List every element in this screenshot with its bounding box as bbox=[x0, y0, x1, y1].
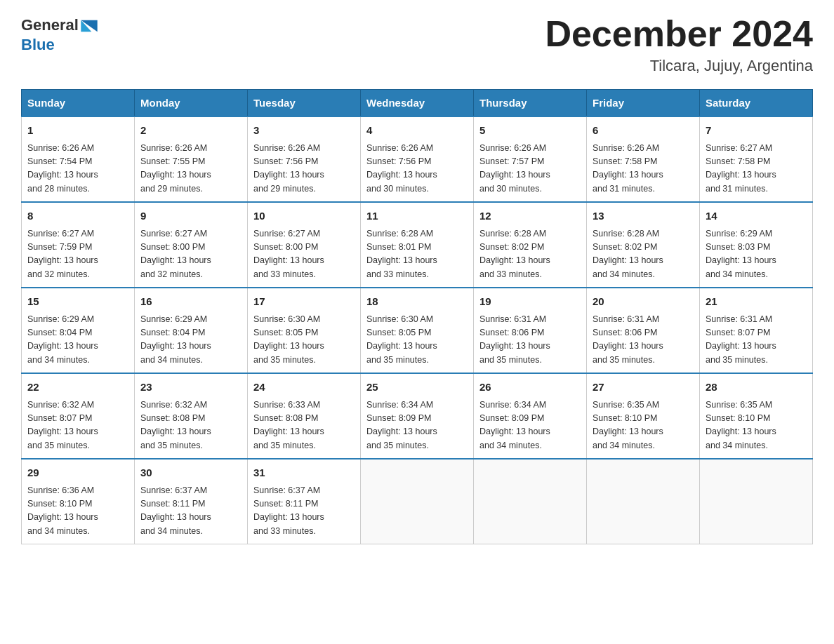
calendar-day-cell: 1Sunrise: 6:26 AMSunset: 7:54 PMDaylight… bbox=[22, 116, 135, 202]
weekday-header-monday: Monday bbox=[135, 90, 248, 117]
day-number: 23 bbox=[140, 380, 241, 396]
day-number: 19 bbox=[479, 294, 581, 310]
calendar-day-cell: 6Sunrise: 6:26 AMSunset: 7:58 PMDaylight… bbox=[587, 116, 700, 202]
weekday-header-tuesday: Tuesday bbox=[248, 90, 361, 117]
calendar-day-cell: 28Sunrise: 6:35 AMSunset: 8:10 PMDayligh… bbox=[700, 373, 813, 459]
calendar-day-cell: 16Sunrise: 6:29 AMSunset: 8:04 PMDayligh… bbox=[135, 288, 248, 373]
day-number: 1 bbox=[27, 123, 128, 139]
day-info: Sunrise: 6:37 AMSunset: 8:11 PMDaylight:… bbox=[253, 484, 355, 539]
day-number: 2 bbox=[140, 123, 241, 139]
day-number: 20 bbox=[593, 294, 694, 310]
day-info: Sunrise: 6:36 AMSunset: 8:10 PMDaylight:… bbox=[27, 484, 128, 539]
day-info: Sunrise: 6:31 AMSunset: 8:06 PMDaylight:… bbox=[593, 313, 694, 368]
day-number: 31 bbox=[253, 465, 355, 481]
title-block: December 2024 Tilcara, Jujuy, Argentina bbox=[545, 14, 813, 75]
day-number: 8 bbox=[27, 208, 128, 224]
day-info: Sunrise: 6:27 AMSunset: 7:58 PMDaylight:… bbox=[706, 142, 807, 196]
day-info: Sunrise: 6:29 AMSunset: 8:04 PMDaylight:… bbox=[140, 313, 241, 368]
calendar-day-cell: 29Sunrise: 6:36 AMSunset: 8:10 PMDayligh… bbox=[22, 459, 135, 544]
weekday-header-sunday: Sunday bbox=[22, 90, 135, 117]
day-info: Sunrise: 6:26 AMSunset: 7:56 PMDaylight:… bbox=[366, 142, 468, 196]
day-info: Sunrise: 6:29 AMSunset: 8:04 PMDaylight:… bbox=[27, 313, 128, 368]
day-number: 27 bbox=[593, 380, 694, 396]
day-number: 24 bbox=[253, 380, 355, 396]
day-info: Sunrise: 6:35 AMSunset: 8:10 PMDaylight:… bbox=[593, 398, 694, 453]
calendar-day-cell: 12Sunrise: 6:28 AMSunset: 8:02 PMDayligh… bbox=[474, 202, 587, 288]
weekday-header-row: SundayMondayTuesdayWednesdayThursdayFrid… bbox=[22, 90, 813, 117]
month-title: December 2024 bbox=[545, 14, 813, 54]
day-info: Sunrise: 6:33 AMSunset: 8:08 PMDaylight:… bbox=[253, 398, 355, 453]
calendar-day-cell: 26Sunrise: 6:34 AMSunset: 8:09 PMDayligh… bbox=[474, 373, 587, 459]
location-title: Tilcara, Jujuy, Argentina bbox=[545, 57, 813, 75]
calendar-day-cell: 5Sunrise: 6:26 AMSunset: 7:57 PMDaylight… bbox=[474, 116, 587, 202]
day-number: 14 bbox=[706, 208, 807, 224]
calendar-day-cell: 10Sunrise: 6:27 AMSunset: 8:00 PMDayligh… bbox=[248, 202, 361, 288]
calendar-day-cell: 31Sunrise: 6:37 AMSunset: 8:11 PMDayligh… bbox=[248, 459, 361, 544]
calendar-day-cell: 22Sunrise: 6:32 AMSunset: 8:07 PMDayligh… bbox=[22, 373, 135, 459]
calendar-week-row: 8Sunrise: 6:27 AMSunset: 7:59 PMDaylight… bbox=[22, 202, 813, 288]
calendar-day-cell: 2Sunrise: 6:26 AMSunset: 7:55 PMDaylight… bbox=[135, 116, 248, 202]
day-number: 4 bbox=[366, 123, 468, 139]
calendar-week-row: 29Sunrise: 6:36 AMSunset: 8:10 PMDayligh… bbox=[22, 459, 813, 544]
calendar-day-cell bbox=[361, 459, 474, 544]
calendar-table: SundayMondayTuesdayWednesdayThursdayFrid… bbox=[21, 89, 813, 544]
weekday-header-thursday: Thursday bbox=[474, 90, 587, 117]
day-info: Sunrise: 6:34 AMSunset: 8:09 PMDaylight:… bbox=[366, 398, 468, 453]
calendar-day-cell: 24Sunrise: 6:33 AMSunset: 8:08 PMDayligh… bbox=[248, 373, 361, 459]
day-number: 9 bbox=[140, 208, 241, 224]
day-number: 17 bbox=[253, 294, 355, 310]
day-info: Sunrise: 6:32 AMSunset: 8:07 PMDaylight:… bbox=[27, 398, 128, 453]
day-number: 22 bbox=[27, 380, 128, 396]
day-info: Sunrise: 6:26 AMSunset: 7:58 PMDaylight:… bbox=[593, 142, 694, 196]
calendar-day-cell: 20Sunrise: 6:31 AMSunset: 8:06 PMDayligh… bbox=[587, 288, 700, 373]
calendar-day-cell bbox=[587, 459, 700, 544]
day-number: 12 bbox=[479, 208, 581, 224]
weekday-header-saturday: Saturday bbox=[700, 90, 813, 117]
calendar-day-cell bbox=[474, 459, 587, 544]
day-info: Sunrise: 6:26 AMSunset: 7:54 PMDaylight:… bbox=[27, 142, 128, 196]
day-number: 29 bbox=[27, 465, 128, 481]
calendar-day-cell: 23Sunrise: 6:32 AMSunset: 8:08 PMDayligh… bbox=[135, 373, 248, 459]
day-info: Sunrise: 6:34 AMSunset: 8:09 PMDaylight:… bbox=[479, 398, 581, 453]
logo-icon bbox=[79, 15, 100, 36]
calendar-day-cell: 13Sunrise: 6:28 AMSunset: 8:02 PMDayligh… bbox=[587, 202, 700, 288]
day-info: Sunrise: 6:31 AMSunset: 8:06 PMDaylight:… bbox=[479, 313, 581, 368]
calendar-day-cell: 19Sunrise: 6:31 AMSunset: 8:06 PMDayligh… bbox=[474, 288, 587, 373]
calendar-day-cell: 8Sunrise: 6:27 AMSunset: 7:59 PMDaylight… bbox=[22, 202, 135, 288]
calendar-day-cell: 21Sunrise: 6:31 AMSunset: 8:07 PMDayligh… bbox=[700, 288, 813, 373]
day-number: 25 bbox=[366, 380, 468, 396]
calendar-day-cell: 11Sunrise: 6:28 AMSunset: 8:01 PMDayligh… bbox=[361, 202, 474, 288]
day-info: Sunrise: 6:31 AMSunset: 8:07 PMDaylight:… bbox=[706, 313, 807, 368]
day-info: Sunrise: 6:28 AMSunset: 8:01 PMDaylight:… bbox=[366, 227, 468, 282]
day-info: Sunrise: 6:37 AMSunset: 8:11 PMDaylight:… bbox=[140, 484, 241, 539]
day-info: Sunrise: 6:35 AMSunset: 8:10 PMDaylight:… bbox=[706, 398, 807, 453]
day-info: Sunrise: 6:28 AMSunset: 8:02 PMDaylight:… bbox=[593, 227, 694, 282]
day-number: 6 bbox=[593, 123, 694, 139]
calendar-day-cell: 30Sunrise: 6:37 AMSunset: 8:11 PMDayligh… bbox=[135, 459, 248, 544]
day-info: Sunrise: 6:26 AMSunset: 7:56 PMDaylight:… bbox=[253, 142, 355, 196]
calendar-day-cell: 17Sunrise: 6:30 AMSunset: 8:05 PMDayligh… bbox=[248, 288, 361, 373]
calendar-day-cell: 25Sunrise: 6:34 AMSunset: 8:09 PMDayligh… bbox=[361, 373, 474, 459]
day-info: Sunrise: 6:27 AMSunset: 8:00 PMDaylight:… bbox=[140, 227, 241, 282]
calendar-week-row: 22Sunrise: 6:32 AMSunset: 8:07 PMDayligh… bbox=[22, 373, 813, 459]
day-info: Sunrise: 6:26 AMSunset: 7:57 PMDaylight:… bbox=[479, 142, 581, 196]
day-info: Sunrise: 6:28 AMSunset: 8:02 PMDaylight:… bbox=[479, 227, 581, 282]
day-info: Sunrise: 6:26 AMSunset: 7:55 PMDaylight:… bbox=[140, 142, 241, 196]
day-info: Sunrise: 6:27 AMSunset: 7:59 PMDaylight:… bbox=[27, 227, 128, 282]
logo: General Blue bbox=[21, 14, 100, 53]
page-header: General Blue December 2024 Tilcara, Juju… bbox=[21, 14, 813, 75]
day-number: 18 bbox=[366, 294, 468, 310]
calendar-day-cell: 4Sunrise: 6:26 AMSunset: 7:56 PMDaylight… bbox=[361, 116, 474, 202]
day-number: 5 bbox=[479, 123, 581, 139]
day-number: 21 bbox=[706, 294, 807, 310]
day-number: 11 bbox=[366, 208, 468, 224]
logo-blue-text: Blue bbox=[21, 36, 100, 53]
calendar-day-cell bbox=[700, 459, 813, 544]
calendar-day-cell: 9Sunrise: 6:27 AMSunset: 8:00 PMDaylight… bbox=[135, 202, 248, 288]
calendar-day-cell: 3Sunrise: 6:26 AMSunset: 7:56 PMDaylight… bbox=[248, 116, 361, 202]
day-number: 16 bbox=[140, 294, 241, 310]
day-number: 13 bbox=[593, 208, 694, 224]
day-number: 26 bbox=[479, 380, 581, 396]
calendar-day-cell: 27Sunrise: 6:35 AMSunset: 8:10 PMDayligh… bbox=[587, 373, 700, 459]
day-info: Sunrise: 6:27 AMSunset: 8:00 PMDaylight:… bbox=[253, 227, 355, 282]
